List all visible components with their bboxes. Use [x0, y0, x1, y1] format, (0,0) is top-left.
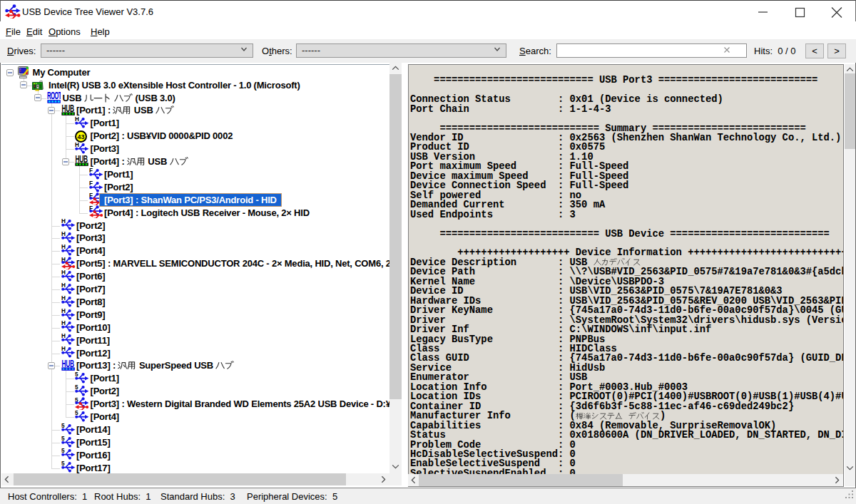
svg-text:43: 43 — [78, 133, 85, 140]
svg-text:F: F — [89, 168, 93, 174]
svg-text:5: 5 — [75, 371, 78, 378]
svg-text:H: H — [75, 142, 79, 148]
svg-text:H: H — [61, 320, 66, 326]
svg-text:ROOT: ROOT — [47, 92, 61, 101]
svg-text:5: 5 — [61, 448, 65, 454]
svg-text:HUB: HUB — [61, 359, 73, 369]
svg-text:H: H — [61, 218, 66, 225]
svg-text:H: H — [75, 116, 79, 123]
svg-text:5: 5 — [61, 436, 65, 442]
svg-text:HUB: HUB — [61, 104, 73, 113]
svg-text:H: H — [61, 295, 66, 302]
svg-text:5: 5 — [75, 384, 78, 391]
svg-text:H: H — [61, 346, 66, 352]
svg-text:H: H — [61, 231, 66, 237]
svg-text:H: H — [61, 282, 66, 289]
svg-text:F: F — [89, 180, 93, 187]
svg-text:5: 5 — [61, 461, 65, 467]
svg-text:H: H — [61, 308, 66, 314]
svg-text:H: H — [61, 333, 66, 339]
svg-text:5: 5 — [61, 423, 65, 429]
svg-text:5: 5 — [75, 410, 78, 416]
svg-text:H: H — [61, 269, 66, 276]
svg-text:H: H — [61, 244, 66, 250]
svg-text:HUB: HUB — [76, 155, 88, 164]
